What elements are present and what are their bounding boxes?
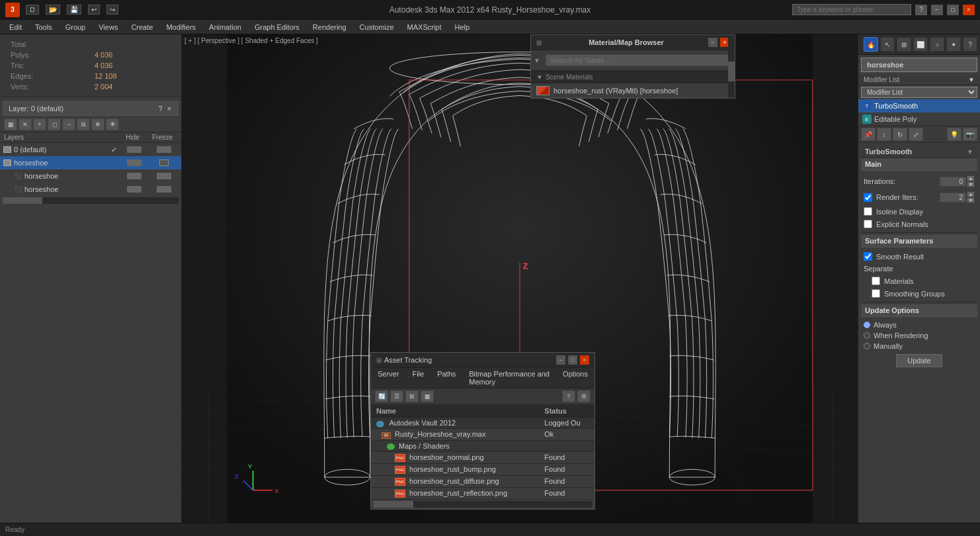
layer-item[interactable]: 0 (default) ✓ [0,143,181,156]
layer-tb-display[interactable]: ▦ [4,118,17,130]
layer-panel-help[interactable]: ? [157,105,163,112]
asset-menu-paths[interactable]: Paths [430,368,462,388]
table-row[interactable]: Maps / Shaders [371,440,594,451]
table-row[interactable]: PNG horseshoe_rust_diffuse.png Found [371,475,594,487]
layer-freeze[interactable] [157,173,171,179]
redo-btn[interactable]: ↪ [106,5,118,15]
menu-group[interactable]: Group [59,22,93,32]
tr-btn-grid[interactable]: ⊞ [897,37,911,52]
modifier-turbosmooth[interactable]: T TurboSmooth [858,99,980,112]
menu-tools[interactable]: Tools [28,22,59,32]
asset-tb-settings[interactable]: ⚙ [577,390,591,402]
rt-light[interactable]: 💡 [947,128,961,141]
layer-tb-add[interactable]: + [33,118,46,130]
menu-help[interactable]: Help [448,22,477,32]
asset-menu-server[interactable]: Server [371,368,405,388]
asset-tb-help[interactable]: ? [562,390,575,402]
modifier-list-dropdown-arrow[interactable]: ▼ [968,76,975,83]
modifier-editable-poly[interactable]: E Editable Poly [858,112,980,126]
asset-menu-options[interactable]: Options [556,368,594,388]
rt-move[interactable]: ↕ [877,128,891,141]
open-btn[interactable]: 📂 [46,5,60,15]
menu-modifiers[interactable]: Modifiers [159,22,202,32]
tr-btn-cursor[interactable]: ↖ [880,37,895,52]
ts-isoline-check[interactable] [864,207,872,216]
layer-freeze-box[interactable] [159,159,169,166]
asset-tb-detail[interactable]: ▦ [421,390,434,402]
table-row[interactable]: PNG horseshoe_normal.png Found [371,451,594,463]
asset-menu-bitmap[interactable]: Bitmap Performance and Memory [462,368,556,388]
mat-search-input[interactable] [546,54,729,66]
layer-visibility[interactable] [127,146,142,153]
mat-minimize-btn[interactable]: − [708,38,717,47]
ts-render-up[interactable]: ▲ [967,191,975,197]
minimize-btn[interactable]: − [931,5,943,15]
layer-tb-copy[interactable]: ⧉ [77,118,90,130]
asset-menu-file[interactable]: File [405,368,430,388]
maximize-btn[interactable]: □ [947,5,959,15]
layer-tb-move[interactable]: → [62,118,75,130]
mat-scroll-thumb[interactable] [728,62,735,81]
menu-rendering[interactable]: Rendering [306,22,353,32]
menu-animation[interactable]: Animation [202,22,248,32]
rt-camera[interactable]: 📷 [963,128,977,141]
ts-materials-check[interactable] [872,277,880,285]
ts-render-iters-input[interactable] [940,193,966,202]
asset-tb-refresh[interactable]: 🔄 [375,390,388,402]
asset-tb-grid[interactable]: ⊞ [405,390,419,402]
menu-views[interactable]: Views [92,22,124,32]
save-btn[interactable]: 💾 [67,5,81,15]
ts-render-iters-check[interactable] [864,193,872,202]
layer-visibility[interactable] [127,186,142,193]
menu-graph-editors[interactable]: Graph Editors [248,22,306,32]
ts-smoothing-groups-check[interactable] [872,289,880,298]
layer-tb-freeze[interactable]: ❄ [91,118,104,130]
layer-freeze[interactable] [157,186,171,193]
table-row[interactable]: M Rusty_Horseshoe_vray.max Ok [371,429,594,440]
mat-item[interactable]: horseshoe_rust (VRayMtl) [horseshoe] [531,83,735,98]
layer-visibility[interactable] [127,173,142,179]
viewport[interactable]: [ + ] [ Perspective ] [ Shaded + Edged F… [182,34,858,523]
ts-iterations-input[interactable] [940,177,966,187]
ts-iter-up[interactable]: ▲ [967,175,975,181]
undo-btn[interactable]: ↩ [88,5,100,15]
modifier-dropdown[interactable]: Modifier List [861,87,977,98]
layer-item[interactable]: ⬛ horseshoe [0,183,181,196]
table-row[interactable]: PNG horseshoe_rust_bump.png Found [371,463,594,475]
asset-scroll[interactable] [374,501,592,508]
asset-maximize-btn[interactable]: □ [568,355,577,365]
app-logo[interactable]: 3 [5,3,20,17]
rt-rotate[interactable]: ↻ [893,128,907,141]
ts-smooth-result-check[interactable] [864,252,872,261]
layer-item[interactable]: ⬛ horseshoe [0,169,181,183]
ts-explicit-check[interactable] [864,220,872,228]
layer-tb-select[interactable]: ◻ [48,118,61,130]
layer-item-horseshoe[interactable]: horseshoe [0,156,181,169]
layer-freeze[interactable] [157,146,171,153]
layer-scrollbar[interactable] [3,197,179,204]
tr-btn-flame[interactable]: 🔥 [864,37,878,52]
table-row[interactable]: Autodesk Vault 2012 Logged Ou [371,418,594,429]
ts-when-rendering-radio[interactable] [864,332,870,339]
menu-create[interactable]: Create [124,22,159,32]
tr-btn-box[interactable]: ⬜ [913,37,928,52]
table-row[interactable]: PNG horseshoe_rust_reflection.png Found [371,487,594,499]
ts-render-down[interactable]: ▼ [967,197,975,203]
asset-close-btn[interactable]: × [580,355,589,365]
menu-customize[interactable]: Customize [353,22,401,32]
new-btn[interactable]: 🗋 [26,5,39,15]
menu-maxscript[interactable]: MAXScript [401,22,448,32]
ts-update-btn[interactable]: Update [896,354,942,367]
layer-tb-delete[interactable]: ✕ [19,118,32,130]
ts-always-radio[interactable] [864,322,870,328]
layer-panel-close[interactable]: × [166,105,173,112]
keyword-search[interactable] [792,4,911,15]
tr-btn-sphere[interactable]: ○ [930,37,944,52]
ts-iter-down[interactable]: ▼ [967,181,975,187]
mat-scrollbar[interactable] [728,35,735,98]
rt-pin[interactable]: 📌 [861,128,876,141]
tr-btn-snap[interactable]: ✦ [946,37,961,52]
help-icon-btn[interactable]: ? [915,5,927,15]
layer-visibility[interactable] [127,159,142,166]
asset-tb-list[interactable]: ☰ [390,390,403,402]
